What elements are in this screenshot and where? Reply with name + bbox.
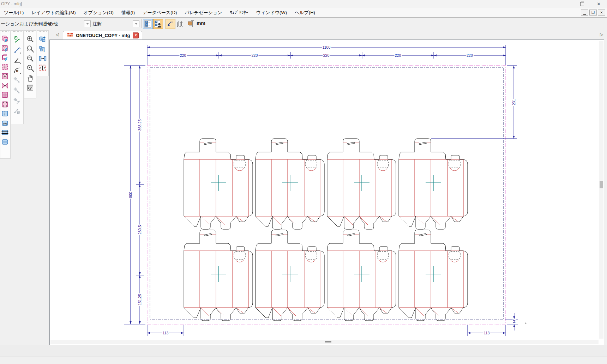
section-pin-button[interactable] — [186, 19, 196, 29]
station-blank-r2c4 — [399, 230, 468, 321]
palette-grip[interactable] — [2, 31, 8, 34]
palette-grip[interactable] — [13, 31, 22, 34]
bottom-bar — [0, 357, 607, 364]
menu-item-6[interactable]: ｳｪﾌﾞｾﾝﾀｰ — [226, 8, 252, 17]
move-icon[interactable] — [11, 75, 23, 86]
station-corner-icon[interactable] — [0, 53, 10, 63]
menu-item-5[interactable]: パレチゼーション — [181, 8, 226, 17]
svg-text:151.25: 151.25 — [138, 294, 142, 305]
svg-text:220: 220 — [467, 53, 473, 57]
svg-text:i: i — [43, 48, 45, 53]
palette-column-piece-tools: i — [37, 30, 49, 76]
station-blank-r1c4 — [399, 139, 468, 229]
options-dropdown[interactable] — [133, 20, 139, 27]
move-to-line-icon[interactable] — [11, 96, 23, 106]
menu-item-8[interactable]: ヘルプ(H) — [291, 8, 319, 17]
strip-lines-icon[interactable] — [0, 128, 10, 138]
svg-text:14: 14 — [512, 320, 516, 323]
vertical-scrollbar[interactable] — [599, 41, 603, 339]
add-station-icon[interactable] — [0, 63, 10, 72]
station-corners-icon[interactable] — [0, 100, 10, 110]
zoom-point-icon[interactable] — [24, 44, 36, 54]
mdi-restore-button[interactable]: ❐ — [589, 10, 597, 16]
svg-text:113: 113 — [163, 331, 169, 335]
menu-item-3[interactable]: 情報(I) — [118, 8, 139, 17]
tab-close-button[interactable]: x — [133, 32, 139, 38]
zoom-extents-icon[interactable] — [24, 64, 36, 74]
station-grid-icon[interactable] — [0, 91, 10, 100]
svg-text:220: 220 — [180, 53, 186, 57]
vertical-scrollbar-handle[interactable] — [600, 181, 603, 188]
dimension-annotations: 1100220220220220220800368.25280.5151.252… — [124, 45, 527, 336]
mdi-close-button[interactable]: ✕ — [598, 10, 605, 16]
restore-button[interactable] — [574, 0, 590, 8]
horizontal-scrollbar-handle[interactable] — [325, 341, 331, 342]
pan-icon[interactable] — [24, 73, 36, 83]
piece-spacing-icon[interactable] — [37, 54, 48, 63]
checklist-button[interactable] — [143, 19, 153, 29]
piece-info-icon[interactable]: i — [37, 44, 48, 54]
svg-text:113: 113 — [484, 331, 490, 335]
checklist-person-button[interactable] — [153, 19, 163, 29]
annotation-label: 注釈 — [92, 21, 102, 27]
annotation-dropdown[interactable] — [84, 20, 91, 27]
tab-scroll-right-icon[interactable]: ▷ — [600, 32, 603, 37]
layout-grid-icon — [67, 32, 73, 38]
menu-item-2[interactable]: オプション(O) — [80, 8, 118, 17]
svg-text:800: 800 — [128, 192, 133, 198]
station-blank-r2c3 — [327, 230, 396, 321]
measure-radius-icon[interactable]: R — [11, 65, 23, 75]
window-title: OPY - mfg] — [0, 1, 22, 6]
horizontal-scrollbar[interactable] — [50, 340, 599, 344]
menu-item-7[interactable]: ウィンドウ(W) — [252, 8, 291, 17]
svg-text:280.5: 280.5 — [138, 225, 142, 234]
tab-bar: ◁ ONETOUCH_COPY - mfg x ▷ — [49, 30, 607, 40]
station-blank-r1c3 — [327, 139, 396, 229]
tab-onetouch-copy-mfg[interactable]: ONETOUCH_COPY - mfg x — [63, 31, 142, 40]
bridge-tool-button[interactable] — [176, 19, 186, 29]
svg-text:220: 220 — [323, 53, 330, 57]
mdi-window-controls: ▁ ❐ ✕ — [581, 10, 607, 16]
zoom-out-icon[interactable] — [24, 54, 36, 64]
direction-arrow-button[interactable] — [166, 19, 175, 29]
palette-grip[interactable] — [26, 31, 34, 34]
mdi-minimize-button[interactable]: ▁ — [581, 10, 588, 16]
strip-panel-icon[interactable] — [0, 138, 10, 147]
application-window: OPY - mfg] ✕ ツール(T)レイアウトの編集(M)オプション(O)情報… — [0, 0, 607, 364]
other-label[interactable]: その他 — [44, 21, 58, 27]
station-center-icon[interactable] — [0, 72, 10, 81]
menu-item-0[interactable]: ツール(T) — [0, 8, 28, 17]
bridge-panel-icon[interactable] — [0, 109, 10, 119]
move-copy-icon[interactable] — [11, 86, 23, 96]
menu-item-4[interactable]: データベース(D) — [139, 8, 181, 17]
minimize-button[interactable] — [557, 0, 574, 8]
measure-angle-icon[interactable] — [11, 55, 23, 65]
station-dots-icon[interactable] — [0, 44, 10, 54]
measure-time-icon[interactable] — [11, 35, 23, 45]
menu-item-1[interactable]: レイアウトの編集(M) — [28, 8, 79, 17]
layout-boundaries — [147, 66, 506, 324]
move-locked-icon[interactable] — [11, 106, 23, 116]
close-button[interactable]: ✕ — [590, 0, 607, 8]
tool-palette: Ri — [0, 30, 49, 339]
cursor-dot — [525, 323, 527, 324]
station-blank-r1c1 — [184, 139, 253, 229]
window-controls: ✕ — [557, 0, 607, 8]
station-nest-icon[interactable] — [0, 81, 10, 91]
select-region-icon[interactable] — [37, 63, 48, 73]
preview-icon[interactable] — [24, 83, 36, 93]
palette-grip[interactable] — [39, 31, 47, 34]
svg-text:R: R — [16, 69, 19, 73]
title-bar: OPY - mfg] ✕ — [0, 0, 607, 8]
tab-scroll-left-icon[interactable]: ◁ — [56, 32, 59, 37]
add-piece-icon[interactable] — [37, 35, 48, 44]
zoom-in-icon[interactable] — [24, 35, 36, 44]
svg-text:231: 231 — [512, 99, 516, 105]
measure-distance-icon[interactable] — [11, 45, 23, 55]
chevron-down-icon — [86, 23, 89, 25]
station-blank-r2c1 — [184, 230, 253, 321]
minimize-icon — [564, 4, 567, 4]
perforation-panel-icon[interactable] — [0, 119, 10, 128]
station-repeat-icon[interactable] — [0, 35, 10, 44]
drawing-canvas[interactable]: 1100220220220220220800368.25280.5151.252… — [49, 40, 604, 345]
